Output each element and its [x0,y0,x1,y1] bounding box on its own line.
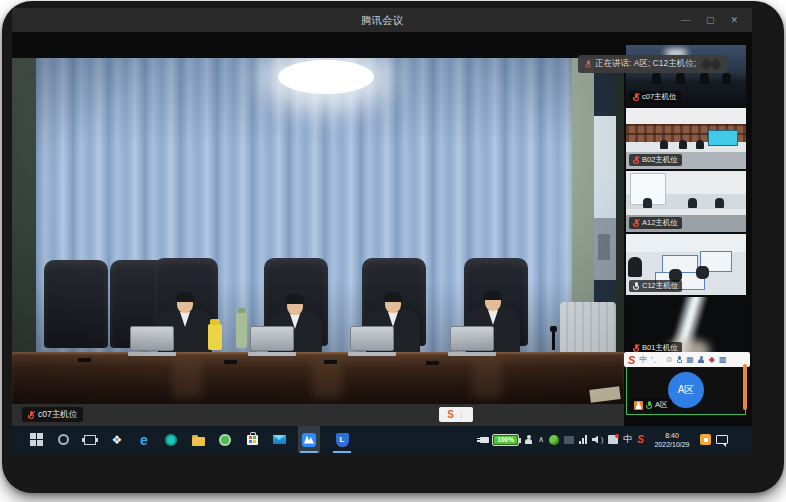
action-center-icon[interactable] [716,435,728,444]
tencent-meeting-icon [302,433,316,447]
mic-muted-icon [633,156,639,164]
maximize-button[interactable]: ▢ [706,15,715,25]
sogou-logo-icon[interactable]: S [628,355,635,365]
tray-green-icon[interactable] [549,435,559,445]
participant-tile-c12[interactable]: C12主机位 [626,234,746,295]
participant-tile-a12[interactable]: A12主机位 [626,171,746,232]
toolbox-icon[interactable]: ▩ [719,355,727,364]
screen-capture-icon[interactable] [608,435,618,444]
mic-on-icon [633,282,639,290]
taskbar-clock[interactable]: 8:40 2022/10/29 [649,431,695,449]
participant-tile-b02[interactable]: B02主机位 [626,108,746,169]
voice-input-icon[interactable] [677,356,682,363]
avatar: A区 [668,372,704,408]
edge-icon: e [140,432,148,448]
task-view-icon [84,435,96,445]
network-signal-icon[interactable] [579,435,587,444]
minimize-button[interactable]: — [681,15,690,25]
participant-name-tag: c07主机位 [629,91,681,103]
start-button[interactable] [28,432,44,448]
green-app-icon [219,434,231,446]
account-icon[interactable] [698,356,705,364]
shield-icon: L [336,433,349,447]
participant-tile-aqu[interactable]: A区 A区 [626,365,746,415]
taskbar-app-icons: ❖ e L [28,426,353,453]
figure [643,198,652,208]
mail-button[interactable] [271,432,287,448]
participant-name: A12主机位 [642,218,678,228]
participant-tile-b01[interactable]: B01主机位 [626,297,746,357]
speaking-mic-icon [585,60,590,67]
browser-360-button[interactable]: ❖ [109,432,125,448]
ime-punct-toggle[interactable]: ’、 [651,354,661,365]
tencent-meeting-taskbar-button[interactable] [298,426,320,453]
store-button[interactable] [244,432,260,448]
skin-icon[interactable]: ◆ [709,355,715,364]
power-plug-icon [480,437,489,443]
edge-button[interactable]: e [136,432,152,448]
sogou-logo-icon: S [447,409,454,420]
speaking-text: 正在讲话: A区; C12主机位; [595,58,696,70]
figure [700,73,709,84]
task-view-button[interactable] [82,432,98,448]
tray-orange-icon[interactable] [700,434,711,445]
speaking-indicator-banner: 正在讲话: A区; C12主机位; [578,55,727,73]
teal-app-button[interactable] [163,432,179,448]
mic-muted-icon [633,93,639,101]
cortana-button[interactable] [55,432,71,448]
system-tray: 100% ∧ ) 中 S 8:40 2022/10/29 [480,426,728,453]
ime-mode-toggle[interactable]: 中 [639,354,647,365]
figure [679,140,687,149]
close-button[interactable]: ✕ [730,15,738,25]
participant-name: B02主机位 [642,155,678,165]
screenshot-stage: 腾讯会议 — ▢ ✕ [0,0,786,502]
ime-menu-icon[interactable]: ⋮ [458,411,465,419]
cortana-icon [58,434,69,445]
ime-toolbar[interactable]: S 中 ’、 ☺ ▦ ◆ ▩ [624,352,750,367]
sogou-tray-icon[interactable]: S [637,434,644,445]
mic-muted-icon [28,411,34,419]
security-app-taskbar-button[interactable]: L [331,426,353,453]
mic-muted-icon [633,219,639,227]
mail-icon [273,435,286,444]
main-video-name-tag: c07主机位 [22,407,83,422]
tv-screen [708,130,738,146]
volume-icon[interactable]: ) [592,436,603,444]
clock-time: 8:40 [649,431,695,440]
battery-indicator[interactable]: 100% [492,434,519,446]
input-language-indicator[interactable]: 中 [623,433,632,446]
green-app-button[interactable] [217,432,233,448]
figure [660,140,668,149]
people-tray-icon[interactable] [524,435,533,445]
sidebar-scrollbar[interactable] [743,364,747,410]
emoji-icon[interactable]: ☺ [665,355,673,364]
participant-name-tag: C12主机位 [629,280,682,292]
windows-taskbar: ❖ e L 100% ∧ [12,426,752,453]
hidden-icons-chevron[interactable]: ∧ [538,435,544,444]
figure [696,140,704,149]
file-explorer-button[interactable] [190,432,206,448]
video-letterbox [12,404,624,426]
mic-muted-icon [633,344,639,352]
teal-app-icon [165,434,177,446]
tray-dark-icon[interactable] [564,436,574,444]
meeting-window-titlebar[interactable]: 腾讯会议 — ▢ ✕ [12,8,752,32]
windows-logo-icon [30,433,43,446]
participant-name: C12主机位 [642,281,678,291]
window-title: 腾讯会议 [12,14,752,28]
figure [628,257,642,277]
main-video-feed[interactable] [12,58,624,404]
screen-frame: 腾讯会议 — ▢ ✕ [2,1,784,493]
main-video-name: c07主机位 [38,409,77,421]
keyboard-icon[interactable]: ▦ [686,355,694,364]
office-chair [696,266,709,279]
windows-desktop: 腾讯会议 — ▢ ✕ [12,8,752,453]
desk [626,209,746,215]
participant-name-tag: B02主机位 [629,154,682,166]
figure [688,198,697,208]
store-icon [247,435,258,445]
clock-date: 2022/10/29 [649,440,695,449]
ime-floating-indicator[interactable]: S ⋮ [439,407,473,422]
pinwheel-icon: ❖ [112,433,123,447]
figure [715,198,724,208]
